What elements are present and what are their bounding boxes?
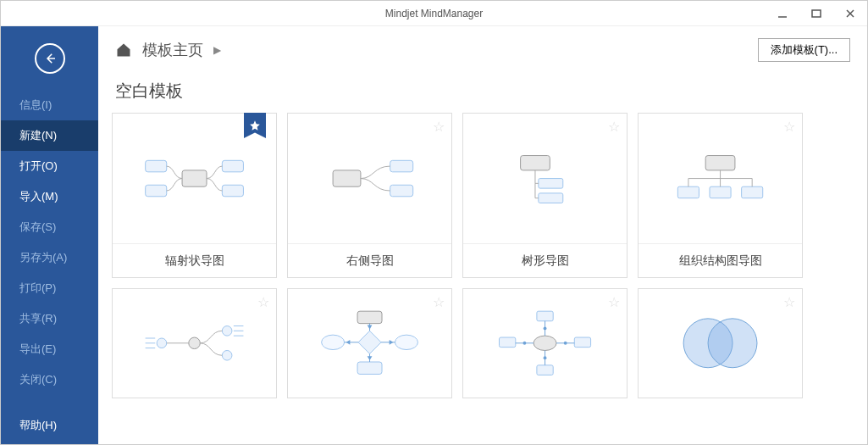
sidebar-item-save[interactable]: 保存(S) — [1, 212, 98, 242]
template-preview — [463, 289, 627, 398]
svg-point-46 — [544, 356, 547, 359]
svg-point-43 — [522, 342, 526, 345]
svg-rect-39 — [499, 337, 515, 348]
star-outline-icon: ☆ — [257, 294, 269, 310]
star-outline-icon: ☆ — [608, 294, 620, 310]
template-card-r2c1[interactable]: ☆ — [112, 288, 277, 398]
star-outline-icon: ☆ — [783, 119, 795, 135]
template-card-right[interactable]: ☆ 右侧导图 — [287, 113, 452, 278]
sidebar-item-export[interactable]: 导出(E) — [1, 334, 98, 364]
template-card-r2c3[interactable]: ☆ — [462, 288, 628, 398]
svg-marker-35 — [368, 356, 373, 360]
svg-point-45 — [544, 327, 547, 331]
svg-rect-10 — [390, 160, 413, 172]
svg-rect-14 — [539, 193, 563, 203]
window-controls — [766, 1, 867, 26]
sidebar-item-import[interactable]: 导入(M) — [1, 181, 98, 212]
close-button[interactable] — [833, 1, 867, 26]
template-scroll-area[interactable]: 空白模板 — [98, 73, 867, 444]
svg-point-32 — [395, 335, 417, 349]
svg-rect-17 — [710, 186, 731, 198]
sidebar-item-share[interactable]: 共享(R) — [1, 303, 98, 334]
star-outline-icon: ☆ — [783, 294, 795, 310]
sidebar-item-help[interactable]: 帮助(H) — [1, 410, 98, 441]
template-card-r2c2[interactable]: ☆ — [287, 288, 452, 398]
svg-rect-7 — [222, 160, 243, 172]
sidebar-item-open[interactable]: 打开(O) — [1, 151, 98, 181]
template-preview — [288, 289, 451, 398]
template-label: 树形导图 — [463, 243, 627, 277]
arrow-left-icon — [42, 51, 58, 66]
svg-rect-16 — [677, 186, 699, 198]
svg-rect-4 — [182, 170, 207, 186]
breadcrumb-home[interactable]: 模板主页 — [142, 40, 203, 60]
sidebar-item-saveas[interactable]: 另存为(A) — [1, 242, 98, 273]
star-outline-icon: ☆ — [433, 119, 445, 135]
svg-marker-36 — [346, 340, 351, 345]
svg-rect-18 — [742, 186, 763, 198]
star-outline-icon: ☆ — [433, 294, 445, 310]
svg-marker-37 — [390, 340, 394, 345]
svg-marker-30 — [358, 331, 381, 354]
app-window: Mindjet MindManager 信息(I) 新建(N) 打开(O) 导入… — [0, 0, 868, 445]
template-grid: 辐射状导图 ☆ — [112, 113, 854, 398]
breadcrumb: 模板主页 ▶ — [115, 40, 221, 60]
svg-rect-9 — [333, 170, 361, 186]
svg-point-48 — [708, 319, 757, 368]
svg-point-22 — [222, 351, 232, 361]
svg-rect-42 — [537, 365, 553, 375]
chevron-right-icon: ▶ — [213, 44, 221, 56]
window-title: Mindjet MindManager — [385, 8, 483, 19]
svg-point-21 — [222, 326, 232, 337]
svg-rect-11 — [390, 185, 413, 197]
template-label: 组织结构图导图 — [639, 243, 802, 277]
template-preview — [463, 114, 627, 243]
svg-point-31 — [322, 335, 345, 349]
svg-point-20 — [157, 338, 167, 348]
template-preview — [288, 114, 451, 243]
svg-rect-8 — [222, 185, 243, 197]
template-preview — [113, 289, 276, 398]
star-icon — [249, 120, 261, 131]
star-outline-icon: ☆ — [608, 119, 620, 135]
svg-rect-33 — [357, 362, 382, 374]
minimize-button[interactable] — [766, 1, 799, 26]
svg-point-44 — [564, 342, 567, 345]
maximize-button[interactable] — [799, 1, 833, 26]
sidebar-item-print[interactable]: 打印(P) — [1, 273, 98, 303]
home-icon — [115, 42, 132, 58]
template-card-r2c4[interactable]: ☆ — [638, 288, 803, 398]
template-preview — [639, 114, 802, 243]
template-card-radial[interactable]: 辐射状导图 — [112, 113, 277, 278]
svg-point-19 — [189, 337, 201, 349]
content: 模板主页 ▶ 添加模板(T)... 空白模板 — [98, 26, 867, 444]
sidebar: 信息(I) 新建(N) 打开(O) 导入(M) 保存(S) 另存为(A) 打印(… — [1, 26, 98, 444]
svg-rect-12 — [521, 155, 550, 170]
svg-point-38 — [534, 336, 556, 350]
add-template-button[interactable]: 添加模板(T)... — [758, 38, 850, 62]
body: 信息(I) 新建(N) 打开(O) 导入(M) 保存(S) 另存为(A) 打印(… — [1, 26, 867, 444]
sidebar-item-close[interactable]: 关闭(C) — [1, 364, 98, 395]
back-button[interactable] — [35, 43, 65, 74]
template-label: 辐射状导图 — [113, 243, 276, 277]
template-card-org[interactable]: ☆ 组织结构图导图 — [638, 113, 803, 278]
section-title: 空白模板 — [115, 80, 854, 103]
content-header: 模板主页 ▶ 添加模板(T)... — [98, 26, 867, 73]
svg-rect-29 — [357, 311, 382, 323]
svg-rect-13 — [539, 179, 563, 189]
sidebar-item-new[interactable]: 新建(N) — [1, 120, 98, 151]
titlebar: Mindjet MindManager — [1, 1, 867, 26]
svg-marker-34 — [368, 325, 373, 330]
template-preview — [639, 289, 802, 398]
svg-rect-41 — [537, 311, 553, 321]
svg-rect-1 — [812, 10, 821, 17]
svg-rect-15 — [705, 155, 735, 170]
template-label: 右侧导图 — [288, 243, 451, 277]
sidebar-item-info[interactable]: 信息(I) — [1, 90, 98, 120]
svg-rect-40 — [574, 337, 590, 348]
svg-rect-5 — [146, 160, 167, 172]
svg-rect-6 — [146, 185, 167, 197]
back-button-wrap — [1, 26, 98, 90]
template-card-tree[interactable]: ☆ 树形导图 — [462, 113, 628, 278]
